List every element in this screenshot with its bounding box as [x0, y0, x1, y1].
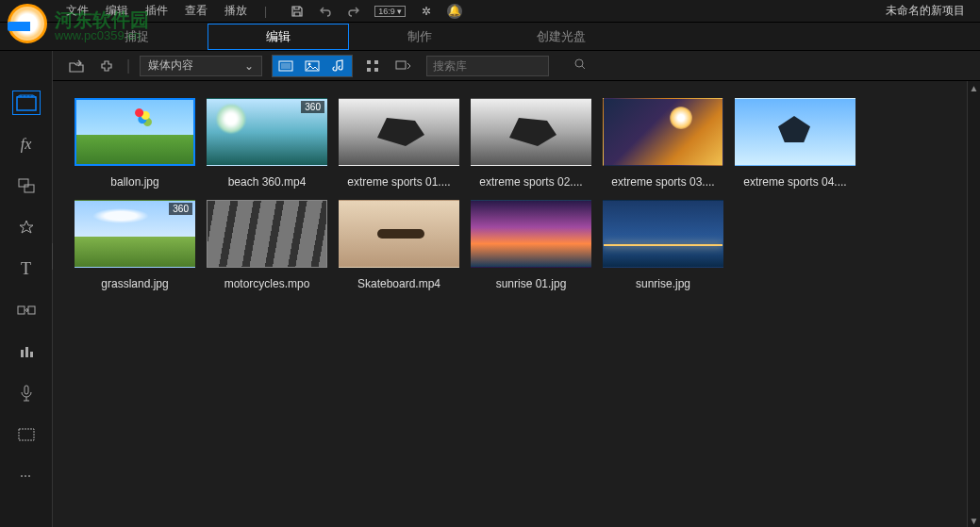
redo-icon[interactable]: [346, 4, 361, 19]
media-thumbnail[interactable]: 3D: [207, 200, 327, 268]
menu-file[interactable]: 文件: [66, 3, 89, 19]
grid-view-icon[interactable]: [362, 56, 383, 76]
mode-edit[interactable]: 编辑: [208, 24, 349, 50]
import-media-icon[interactable]: [66, 56, 87, 76]
media-badge: 3D: [209, 203, 229, 215]
svg-rect-13: [18, 306, 25, 314]
search-box[interactable]: [426, 56, 549, 76]
media-label: extreme sports 02....: [479, 175, 582, 189]
svg-rect-16: [25, 347, 28, 357]
library-toolbar: | 媒体内容 ⌄: [0, 51, 980, 81]
filter-image-icon[interactable]: [299, 56, 325, 76]
svg-point-3: [308, 62, 311, 65]
svg-rect-17: [30, 352, 33, 357]
scroll-up-icon[interactable]: ▲: [968, 81, 980, 94]
media-thumbnail[interactable]: 360: [207, 98, 327, 166]
media-item[interactable]: 360beach 360.mp4: [204, 98, 330, 189]
scroll-down-icon[interactable]: ▼: [968, 514, 980, 527]
media-label: sunrise.jpg: [636, 277, 690, 290]
media-thumbnail[interactable]: [471, 98, 591, 166]
pip-room-icon[interactable]: [12, 173, 41, 198]
dropdown-label: 媒体内容: [148, 58, 193, 74]
svg-rect-8: [396, 61, 406, 69]
aspect-ratio-button[interactable]: 16:9▾: [374, 6, 406, 17]
media-label: extreme sports 01....: [347, 175, 450, 189]
svg-rect-5: [374, 60, 378, 64]
settings-icon[interactable]: ✲: [419, 4, 434, 19]
media-thumbnail[interactable]: 360: [75, 200, 195, 268]
chevron-down-icon: ▾: [397, 7, 402, 16]
aspect-ratio-label: 16:9: [378, 7, 395, 16]
fx-room-icon[interactable]: fx: [12, 132, 41, 156]
svg-rect-11: [19, 179, 28, 187]
chapter-room-icon[interactable]: [12, 422, 41, 447]
particle-room-icon[interactable]: [12, 215, 41, 239]
filter-video-icon[interactable]: [273, 56, 299, 76]
svg-rect-4: [367, 60, 371, 64]
media-room-icon[interactable]: [12, 91, 41, 115]
menubar: 文件 编辑 插件 查看 播放 | 16:9▾ ✲ 🔔 未命名的新项目: [0, 0, 980, 23]
mode-tabs: 捕捉 编辑 制作 创建光盘: [0, 23, 980, 51]
rooms-sidebar: fx T ⋯ ▸: [0, 51, 53, 527]
search-icon[interactable]: [574, 58, 586, 73]
media-item[interactable]: Skateboard.mp4: [336, 200, 462, 290]
media-thumbnail[interactable]: [339, 200, 459, 268]
vertical-scrollbar[interactable]: ▲ ▼: [967, 81, 980, 527]
mode-capture[interactable]: 捕捉: [66, 25, 208, 49]
menu-edit[interactable]: 编辑: [106, 3, 128, 19]
title-room-icon[interactable]: T: [12, 256, 41, 281]
media-label: extreme sports 04....: [743, 175, 846, 189]
media-item[interactable]: extreme sports 03....: [600, 98, 726, 189]
project-name: 未命名的新项目: [886, 3, 965, 19]
svg-rect-7: [374, 68, 378, 72]
svg-rect-18: [25, 386, 28, 394]
media-grid: ballon.jpg360beach 360.mp4extreme sports…: [72, 98, 948, 290]
subtitle-room-icon[interactable]: ⋯: [12, 464, 41, 488]
plugin-icon[interactable]: [96, 56, 117, 76]
save-icon[interactable]: [290, 4, 305, 19]
mode-disc[interactable]: 创建光盘: [490, 25, 632, 49]
media-label: ballon.jpg: [110, 175, 158, 189]
media-item[interactable]: ballon.jpg: [72, 98, 198, 189]
search-input[interactable]: [433, 59, 574, 73]
svg-rect-12: [25, 185, 34, 192]
media-label: extreme sports 03....: [611, 175, 714, 189]
menu-view[interactable]: 查看: [185, 3, 208, 19]
media-item[interactable]: extreme sports 04....: [732, 98, 858, 189]
svg-rect-6: [367, 68, 371, 72]
transition-room-icon[interactable]: [12, 298, 41, 322]
media-label: Skateboard.mp4: [357, 277, 440, 290]
media-item[interactable]: sunrise 01.jpg: [468, 200, 594, 290]
filter-audio-icon[interactable]: [325, 56, 352, 76]
undo-icon[interactable]: [318, 4, 333, 19]
media-item[interactable]: extreme sports 01....: [336, 98, 462, 189]
media-thumbnail[interactable]: [471, 200, 591, 268]
media-item[interactable]: sunrise.jpg: [600, 200, 726, 290]
media-category-dropdown[interactable]: 媒体内容 ⌄: [140, 56, 262, 76]
media-item[interactable]: 3Dmotorcycles.mpo: [204, 200, 330, 290]
media-label: beach 360.mp4: [228, 175, 307, 189]
display-options-icon[interactable]: [392, 56, 413, 76]
audio-mix-room-icon[interactable]: [12, 339, 41, 364]
voice-room-icon[interactable]: [12, 381, 41, 405]
media-thumbnail[interactable]: [75, 98, 195, 166]
media-label: motorcycles.mpo: [224, 277, 310, 290]
menu-plugin[interactable]: 插件: [145, 3, 168, 19]
media-thumbnail[interactable]: [603, 200, 723, 268]
media-label: grassland.jpg: [101, 277, 168, 290]
svg-point-9: [575, 59, 583, 67]
svg-rect-19: [19, 429, 34, 440]
media-item[interactable]: extreme sports 02....: [468, 98, 594, 189]
media-item[interactable]: 360grassland.jpg: [72, 200, 198, 290]
media-thumbnail[interactable]: [735, 98, 855, 166]
menu-play[interactable]: 播放: [224, 3, 247, 19]
notification-icon[interactable]: 🔔: [447, 4, 462, 19]
media-badge: 360: [169, 203, 192, 215]
media-thumbnail[interactable]: [603, 98, 723, 166]
media-thumbnail[interactable]: [339, 98, 459, 166]
media-library: ballon.jpg360beach 360.mp4extreme sports…: [53, 81, 967, 527]
mode-produce[interactable]: 制作: [349, 25, 490, 49]
media-label: sunrise 01.jpg: [496, 277, 567, 290]
svg-rect-1: [281, 63, 291, 69]
svg-rect-15: [21, 350, 24, 357]
